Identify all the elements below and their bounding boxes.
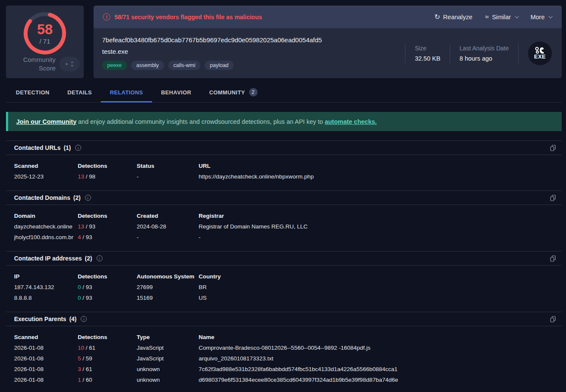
info-icon[interactable]: i [81,316,87,322]
cell-status: - [137,173,199,180]
cell-detections: 0 / 93 [78,295,137,301]
cell-domain[interactable]: jholycf100.ddns.com.br [14,234,78,240]
vote-dot-icon [66,63,67,65]
cell-name[interactable]: 7c62f3ad988e531b2328fa6babbdd574fbc51bc4… [199,366,554,372]
table-row: 2026-01-08 10 / 61 JavaScript Comprovant… [14,342,554,353]
cell-scanned: 2025-12-23 [14,173,78,180]
info-icon[interactable]: i [85,195,91,201]
cell-detections: 13 / 93 [78,223,137,230]
table-header: ScannedDetectionsTypeName [14,332,554,342]
section-execution-parents: Execution Parents (4) i ScannedDetection… [6,312,562,392]
table-row: 2025-12-23 13 / 98 - https://dayzcheatch… [14,171,554,182]
vote-down-icon[interactable] [70,65,74,67]
cell-ip[interactable]: 8.8.8.8 [14,295,78,301]
cell-scanned: 2026-01-08 [14,355,78,362]
table-row: 8.8.8.8 0 / 93 15169 US [14,293,554,303]
cell-scanned: 2026-01-08 [14,377,78,383]
cell-detections: 10 / 61 [78,345,137,351]
tab-detection[interactable]: DETECTION [7,83,59,102]
relations-content: Contacted URLs (1) i ScannedDetectionsSt… [6,140,562,392]
cell-type: unknown [137,377,199,383]
cell-created: - [137,234,199,240]
cell-name[interactable]: arquivo_20260108173323.txt [199,355,554,362]
copy-icon[interactable] [550,255,556,262]
table-row: 2026-01-08 3 / 61 unknown 7c62f3ad988e53… [14,364,554,374]
tag-payload[interactable]: payload [205,61,234,70]
copy-icon[interactable] [550,316,556,322]
table-row: 2026-01-08 5 / 59 JavaScript arquivo_202… [14,353,554,364]
section-count: (4) [69,316,76,322]
tag-assembly[interactable]: assembly [131,61,164,70]
last-analysis-date: Last Analysis Date 8 hours ago [450,45,518,62]
similar-button[interactable]: ≈ Similar [485,14,518,20]
cell-scanned: 2026-01-08 [14,366,78,372]
info-icon[interactable]: i [97,255,103,261]
cell-domain[interactable]: dayzcheatcheck.online [14,223,78,230]
header-area: 58 / 71 Community Score ! 58/71 security… [0,0,566,78]
vote-up-icon[interactable] [70,61,74,63]
cell-url[interactable]: https://dayzcheatcheck.online/nbpxworm.p… [199,173,554,180]
tab-community[interactable]: COMMUNITY 2 [200,83,267,102]
cell-created: 2024-08-28 [137,223,199,230]
divider [518,44,519,63]
table-row: dayzcheatcheck.online 13 / 93 2024-08-28… [14,221,554,232]
tab-details[interactable]: DETAILS [59,83,101,102]
tag-calls-wmi[interactable]: calls-wmi [168,61,200,70]
chevron-down-icon [515,14,519,18]
file-name: teste.exe [102,48,405,55]
section-contacted-domains: Contacted Domains (2) i DomainDetections… [6,190,562,251]
cell-type: JavaScript [137,355,199,362]
community-score-stepper[interactable] [59,57,80,71]
cell-scanned: 2026-01-08 [14,345,78,351]
cell-detections: 3 / 61 [78,366,137,372]
cell-type: JavaScript [137,345,199,351]
cell-asn: 15169 [137,295,199,301]
malicious-warning-bar: ! 58/71 security vendors flagged this fi… [94,6,562,28]
similar-icon: ≈ [485,14,489,20]
detection-score-value: 58 [37,22,53,36]
file-summary-card: ! 58/71 security vendors flagged this fi… [94,6,562,78]
cell-name[interactable]: Comprovante-Bradesco-08012026--5560--005… [199,345,554,351]
detection-score-total: / 71 [39,38,50,45]
cell-name[interactable]: d6980379e6f531384ecee80ce385cd6043997f32… [199,377,554,383]
cell-ip[interactable]: 187.74.143.132 [14,284,78,290]
tag-peexe[interactable]: peexe [102,61,127,70]
file-size: Size 32.50 KB [405,45,450,62]
table-row: jholycf100.ddns.com.br 4 / 93 - - [14,232,554,243]
warning-text: 58/71 security vendors flagged this file… [114,14,262,20]
section-title: Contacted IP addresses [14,255,82,262]
cell-detections: 5 / 59 [78,355,137,362]
community-count-badge: 2 [249,88,258,97]
tab-bar: DETECTION DETAILS RELATIONS BEHAVIOR COM… [6,83,562,102]
section-title: Execution Parents [14,316,66,322]
table-header: ScannedDetectionsStatusURL [14,161,554,171]
file-hash[interactable]: 7befeacf0b3480fb675d0cab7767b5b9697edc9d… [102,36,405,44]
detection-score-ring: 58 / 71 [23,12,66,55]
join-community-banner: Join our Community and enjoy additional … [6,112,562,131]
more-button[interactable]: More [531,14,551,20]
cell-registrar: Registrar of Domain Names REG.RU, LLC [199,223,554,230]
copy-icon[interactable] [550,195,556,201]
info-icon[interactable]: i [75,145,81,151]
section-count: (2) [85,255,92,262]
file-tags: peexe assembly calls-wmi payload [102,61,405,70]
section-count: (1) [64,144,71,151]
cell-detections: 13 / 98 [78,173,137,180]
tab-relations[interactable]: RELATIONS [101,83,152,102]
section-contacted-ips: Contacted IP addresses (2) i IPDetection… [6,251,562,312]
cell-registrar: - [199,234,554,240]
join-community-link[interactable]: Join our Community [16,118,76,125]
table-header: DomainDetectionsCreatedRegistrar [14,211,554,221]
cell-country: US [199,295,554,301]
cell-detections: 4 / 93 [78,234,137,240]
table-row: 2026-01-08 1 / 60 unknown d6980379e6f531… [14,374,554,385]
automate-checks-link[interactable]: automate checks. [325,118,377,125]
cell-detections: 0 / 93 [78,284,137,290]
reanalyze-icon: ↻ [434,14,440,20]
section-title: Contacted Domains [14,194,70,201]
tab-behavior[interactable]: BEHAVIOR [152,83,200,102]
reanalyze-button[interactable]: ↻ Reanalyze [434,14,472,20]
copy-icon[interactable] [550,145,556,151]
cell-country: BR [199,284,554,290]
cell-type: unknown [137,366,199,372]
